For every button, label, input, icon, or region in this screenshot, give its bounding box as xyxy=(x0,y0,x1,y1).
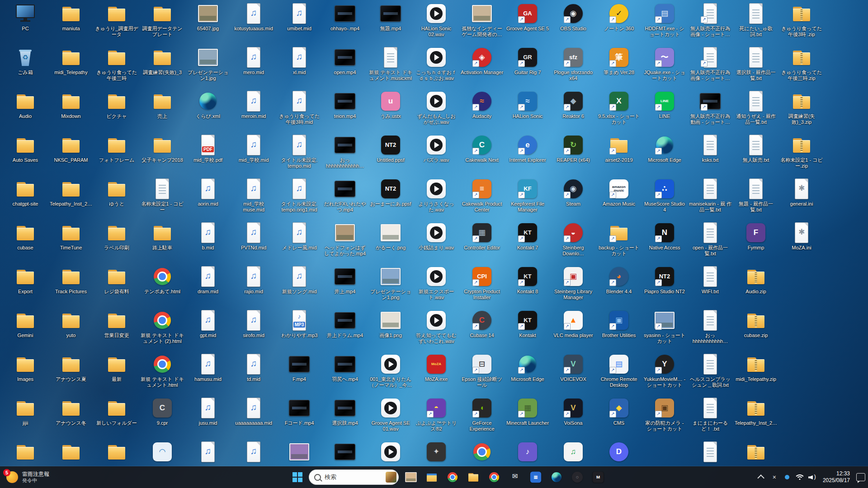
search-box[interactable]: 検索 xyxy=(309,469,399,485)
pinned-character-app[interactable] xyxy=(401,468,421,486)
desktop-icon[interactable]: cubase xyxy=(4,222,47,251)
desktop-icon[interactable]: midi_Telepathy.zip xyxy=(734,353,778,382)
desktop-icon[interactable]: テンポあて.html xyxy=(141,266,184,295)
desktop-icon[interactable]: Groove Agent SE 01.wav xyxy=(369,397,412,432)
desktop-icon[interactable]: midi_Telepathy xyxy=(49,47,93,75)
desktop-icon[interactable]: ◠ xyxy=(141,441,184,464)
desktop-icon[interactable]: eInternet Explorer xyxy=(506,134,549,163)
desktop-icon[interactable]: ▣Brother Utilities xyxy=(597,310,641,338)
desktop-icon[interactable]: Gemini xyxy=(4,310,47,338)
desktop-icon[interactable]: 新規エクスポート.wav xyxy=(415,266,458,300)
desktop-icon[interactable]: 選択肢.mp4 xyxy=(323,397,367,426)
desktop-icon[interactable]: バズラ.wav xyxy=(415,134,458,163)
desktop-icon[interactable]: きゅうり_調査用データ xyxy=(95,3,138,38)
desktop-icon[interactable] xyxy=(186,441,230,464)
desktop-icon[interactable]: ◈Activation Manager xyxy=(460,47,504,75)
desktop-icon[interactable]: きゅうり食ってた午後三時.zip xyxy=(780,47,823,81)
desktop-icon[interactable]: Microsoft Edge xyxy=(506,353,549,382)
desktop-icon[interactable]: ksks.txt xyxy=(689,134,732,163)
edge[interactable] xyxy=(547,468,566,486)
chrome[interactable] xyxy=(484,468,504,486)
desktop-icon[interactable]: 井上ドラム.mp4 xyxy=(323,310,367,338)
desktop-icon[interactable]: HALion Sonic 02.wav xyxy=(415,3,458,38)
desktop-icon[interactable]: ピクチャ xyxy=(95,90,138,119)
desktop-icon[interactable] xyxy=(4,441,47,464)
desktop-icon[interactable]: かるーく.png xyxy=(369,222,412,251)
volume-icon[interactable] xyxy=(807,472,817,483)
desktop-icon[interactable]: 新規 テキスト ドキュメント.html xyxy=(141,353,184,388)
pinned-folder[interactable] xyxy=(463,468,483,486)
desktop-icon[interactable]: amazon musicAmazon Music xyxy=(597,178,641,207)
desktop-icon[interactable]: KTKontakt 8 xyxy=(506,266,549,295)
desktop-icon[interactable]: ▦Minecraft Launcher xyxy=(506,397,549,426)
desktop-icon[interactable]: 新規ソング.mid xyxy=(278,266,321,295)
desktop-icon[interactable]: ◖GeForce Experience xyxy=(460,397,504,432)
desktop-icon[interactable]: mero.mid xyxy=(232,47,275,75)
desktop-icon[interactable]: TimeTune xyxy=(49,222,93,251)
desktop-icon[interactable]: X9.5.xlsx - ショートカット xyxy=(597,90,641,125)
mail[interactable] xyxy=(505,468,525,486)
desktop-icon[interactable]: タイトル未設定. tempo.mid xyxy=(278,134,321,169)
desktop-icon[interactable]: xl.mid xyxy=(278,47,321,75)
desktop-icon[interactable]: タイトル未設定. tempo.orig1.mid xyxy=(278,178,321,213)
desktop-icon[interactable]: sirofo.mid xyxy=(232,310,275,338)
desktop-icon[interactable]: ▤Chrome Remote Desktop xyxy=(597,353,641,388)
desktop-icon[interactable]: ▦Controller Editor xyxy=(460,222,504,251)
desktop-icon[interactable] xyxy=(460,441,504,464)
desktop-icon[interactable]: 新規 テキスト ドキュメント (2).html xyxy=(141,310,184,344)
desktop-icon[interactable]: NT2おーまーにあ.ppsf xyxy=(369,178,412,207)
desktop-icon[interactable]: 無題.mp4 xyxy=(369,3,412,32)
desktop-icon[interactable]: Auto Saves xyxy=(4,134,47,163)
desktop-icon[interactable]: 調査練習(失敗)_3 xyxy=(141,47,184,75)
desktop-icon[interactable]: Audio.zip xyxy=(734,266,778,295)
desktop-icon[interactable] xyxy=(369,441,412,464)
desktop-icon[interactable]: maniuta xyxy=(49,3,93,32)
desktop-icon[interactable]: Mixdown xyxy=(49,90,93,119)
desktop-icon[interactable]: VVoiSona xyxy=(552,397,595,426)
desktop-icon[interactable]: ↻REAPER (x64) xyxy=(552,134,595,163)
desktop-icon[interactable]: ◒Steinberg Downlo… xyxy=(552,222,595,257)
desktop-icon[interactable]: general.ini xyxy=(780,178,823,207)
desktop-icon[interactable]: open - 親作品一覧.txt xyxy=(689,222,732,257)
desktop-icon[interactable]: airset2-2019 xyxy=(597,134,641,163)
desktop-icon[interactable]: 65407.jpg xyxy=(186,3,230,32)
desktop-icon[interactable]: syasinn - ショートカット xyxy=(643,310,686,344)
desktop-icon[interactable]: NT2Piapro Studio NT2 xyxy=(643,266,686,295)
desktop-icon[interactable]: GRGuitar Rig 7 xyxy=(506,47,549,75)
file-explorer[interactable] xyxy=(422,468,442,486)
desktop-icon[interactable]: 新規 テキスト ドキュメント.musicxml xyxy=(369,47,412,81)
desktop-icon[interactable]: teion.mp4 xyxy=(323,90,367,119)
desktop-icon[interactable]: ohhayo-.mp4 xyxy=(323,3,367,32)
desktop-icon[interactable]: KFKeepforest File Manager xyxy=(506,178,549,213)
desktop-icon[interactable]: きゅうり食ってた午後3時 .zip xyxy=(780,3,823,38)
desktop-icon[interactable]: 名称未設定1 - コピー.zip xyxy=(780,134,823,169)
desktop-icon[interactable]: ヘッドフォンはずしてよかった.mp4 xyxy=(323,222,367,257)
desktop-icon[interactable]: 001_東北きりたん（ノーマル）_今じゃ… xyxy=(369,353,412,388)
desktop-icon[interactable]: 売上 xyxy=(141,90,184,119)
desktop-icon[interactable]: おっhhhhhhhhhhh… xyxy=(689,310,732,344)
desktop-icon[interactable]: KTKontakt 7 xyxy=(506,222,549,251)
desktop-icon[interactable]: NT2Untitled.ppsf xyxy=(369,134,412,163)
desktop-icon[interactable]: 新しいフォルダー xyxy=(95,397,138,426)
desktop-icon[interactable]: ◓ぷよぷよ™テトリス®2 xyxy=(415,397,458,432)
desktop-icon[interactable]: レジ袋有料 xyxy=(95,266,138,295)
tray-app-icon[interactable]: × xyxy=(769,472,779,483)
desktop-icon[interactable]: LINELINE xyxy=(643,90,686,119)
desktop-icon[interactable]: 孤独なインディーゲーム開発者の一生… xyxy=(460,3,504,38)
desktop-icon[interactable]: ≈Audacity xyxy=(460,90,504,119)
desktop-icon[interactable]: ▲VLC media player xyxy=(552,310,595,338)
desktop-icon[interactable]: FFymmp xyxy=(734,222,778,251)
desktop-icon[interactable]: Telepathy_Inst_2… xyxy=(734,397,778,426)
desktop-icon[interactable]: YYukkunMovieM… - ショートカット xyxy=(643,353,686,388)
clock[interactable]: 12:33 2025/08/17 xyxy=(820,470,853,484)
desktop-icon[interactable]: ◆Reaktor 6 xyxy=(552,90,595,119)
desktop-icon[interactable]: NKSC_PARAM xyxy=(49,134,93,163)
desktop-icon[interactable]: ヘルスコンブラッシュン＿歌詞.txt xyxy=(689,353,732,388)
desktop-icon[interactable]: 無人販売不正行為 画像 - ショートカット xyxy=(689,47,732,81)
desktop-icon[interactable]: ▣Steinberg Library Manager xyxy=(552,266,595,300)
desktop-icon[interactable] xyxy=(49,441,93,464)
desktop-icon[interactable]: PC xyxy=(4,3,47,32)
desktop-icon[interactable]: 羽尻ヘ.mp4 xyxy=(323,353,367,382)
desktop-icon[interactable]: 画像1.png xyxy=(369,310,412,338)
desktop-icon[interactable]: 名称未設定1 - コピー xyxy=(141,178,184,213)
